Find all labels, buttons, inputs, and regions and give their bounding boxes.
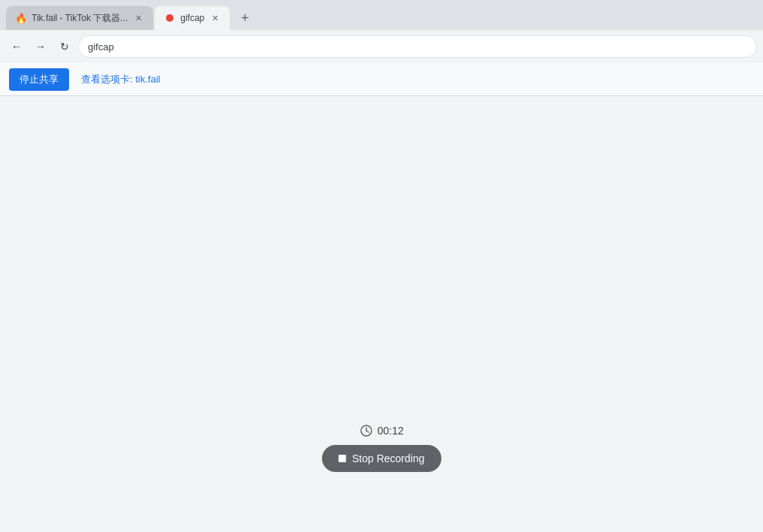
stop-recording-label: Stop Recording: [352, 452, 425, 464]
stop-recording-button[interactable]: Stop Recording: [322, 445, 442, 472]
tab-tiktok[interactable]: 🔥 Tik.fail - TikTok 下载器... ✕: [6, 6, 153, 30]
view-tab-button[interactable]: 查看选项卡: tik.fail: [75, 68, 166, 91]
address-text: gifcap: [88, 41, 114, 53]
tab-tiktok-title: Tik.fail - TikTok 下载器...: [32, 12, 128, 25]
gifcap-favicon: [164, 12, 176, 24]
tab-bar: 🔥 Tik.fail - TikTok 下载器... ✕ gifcap ✕ +: [0, 0, 763, 30]
stop-icon: [339, 455, 346, 462]
address-bar[interactable]: gifcap: [78, 35, 757, 58]
timer-value: 00:12: [377, 425, 403, 437]
timer-display: 00:12: [359, 424, 403, 437]
sharing-toolbar: 停止共享 查看选项卡: tik.fail: [0, 63, 763, 96]
new-tab-button[interactable]: +: [234, 8, 255, 29]
tab-gifcap[interactable]: gifcap ✕: [155, 6, 230, 30]
address-bar-row: ← → ↻ gifcap: [0, 30, 763, 63]
browser-chrome: 🔥 Tik.fail - TikTok 下载器... ✕ gifcap ✕ + …: [0, 0, 763, 532]
clock-icon: [359, 424, 372, 437]
stop-sharing-button[interactable]: 停止共享: [9, 68, 69, 91]
main-content: 00:12 Stop Recording: [0, 96, 763, 532]
forward-button[interactable]: →: [30, 36, 51, 57]
recording-controls: 00:12 Stop Recording: [322, 424, 442, 472]
back-button[interactable]: ←: [6, 36, 27, 57]
tab-tiktok-close[interactable]: ✕: [132, 12, 144, 24]
reload-button[interactable]: ↻: [54, 36, 75, 57]
tab-gifcap-title: gifcap: [180, 13, 204, 23]
tab-gifcap-close[interactable]: ✕: [209, 12, 221, 24]
tiktok-favicon: 🔥: [15, 12, 27, 24]
svg-line-2: [366, 431, 368, 432]
